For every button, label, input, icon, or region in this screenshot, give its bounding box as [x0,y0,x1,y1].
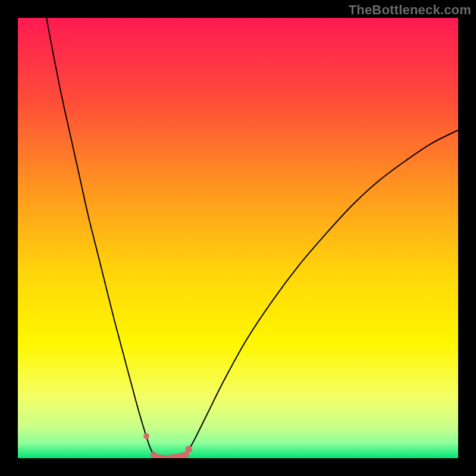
series-basin-highlight [154,455,186,458]
watermark-text: TheBottleneck.com [349,2,471,18]
marker-dot-right [185,446,192,453]
marker-dot-left [143,433,149,439]
chart-frame [18,18,458,458]
gradient-background [18,18,458,458]
bottleneck-chart [18,18,458,458]
